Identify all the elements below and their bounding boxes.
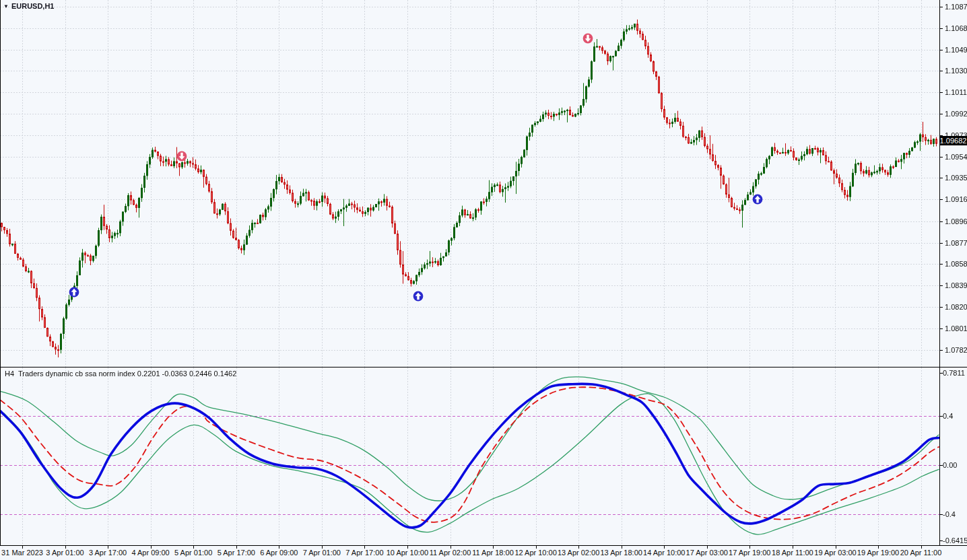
- main-chart-canvas[interactable]: [0, 0, 939, 367]
- price-axis-tick: [940, 92, 943, 93]
- time-axis-label: 11 Apr 18:00: [472, 549, 514, 557]
- indicator-axis-label: 0.7811: [943, 369, 965, 377]
- price-axis-separator: [939, 0, 940, 545]
- price-axis-tick: [940, 157, 943, 158]
- price-axis-label: 1.09160: [945, 195, 967, 203]
- chart-window: ▼ EURUSD,H1 H4 Traders dynamic cb ssa no…: [0, 0, 967, 560]
- time-axis-label: 12 Apr 10:00: [514, 549, 556, 557]
- time-axis-label: 13 Apr 02:00: [558, 549, 599, 557]
- symbol-label: ▼ EURUSD,H1: [3, 2, 55, 10]
- time-axis-label: 4 Apr 09:00: [131, 549, 169, 557]
- time-axis-label: 17 Apr 19:00: [729, 549, 770, 557]
- price-axis-tick: [940, 7, 943, 7]
- price-axis-label: 1.09920: [945, 110, 967, 118]
- price-axis-label: 1.08965: [945, 217, 967, 225]
- price-axis-tick: [940, 71, 943, 71]
- indicator-axis-label: 0.4: [943, 412, 953, 420]
- price-axis-tick: [940, 178, 943, 178]
- current-price-box: 1.09682: [939, 136, 967, 145]
- price-axis-label: 1.10490: [945, 46, 967, 54]
- indicator-label: H4 Traders dynamic cb ssa norm index 0.2…: [5, 370, 236, 378]
- price-axis-label: 1.10110: [945, 88, 967, 96]
- time-axis-label: 6 Apr 09:00: [260, 549, 298, 557]
- price-axis-label: 1.10680: [945, 24, 967, 32]
- price-axis-tick: [940, 114, 943, 114]
- price-axis-label: 1.08585: [945, 260, 967, 268]
- price-axis-label: 1.10870: [945, 3, 967, 11]
- chart-left-border: [0, 0, 1, 545]
- time-axis-label: 17 Apr 03:00: [686, 549, 728, 557]
- time-axis-label: 20 Apr 11:00: [900, 549, 942, 557]
- symbol-title: EURUSD,H1: [11, 2, 55, 10]
- price-axis-label: 1.09540: [945, 153, 967, 161]
- price-axis-tick: [940, 221, 943, 222]
- time-axis-label: 7 Apr 17:00: [345, 549, 383, 557]
- symbol-dropdown-icon[interactable]: ▼: [3, 3, 9, 9]
- price-axis-tick: [940, 328, 943, 329]
- price-axis-tick: [940, 307, 943, 308]
- time-axis-label: 5 Apr 17:00: [218, 549, 255, 557]
- time-axis-label: 31 Mar 2023: [1, 549, 43, 557]
- time-axis-label: 13 Apr 18:00: [600, 549, 642, 557]
- indicator-axis-label: -0.6415: [943, 536, 967, 545]
- price-axis-label: 1.08205: [945, 303, 967, 311]
- price-axis-label: 1.09350: [945, 174, 967, 182]
- indicator-chart-canvas[interactable]: [0, 368, 939, 545]
- price-axis-tick: [940, 199, 943, 200]
- sell-signal-icon: [582, 33, 593, 44]
- price-axis-label: 1.07825: [945, 346, 967, 354]
- price-axis-tick: [940, 350, 943, 351]
- indicator-axis-label: 0.00: [943, 461, 957, 469]
- price-axis-tick: [940, 50, 943, 50]
- price-axis-label: 1.08015: [945, 324, 967, 332]
- panel-divider[interactable]: [0, 367, 967, 368]
- price-axis-tick: [940, 243, 943, 244]
- price-axis-label: 1.08395: [945, 281, 967, 289]
- buy-signal-icon: [413, 291, 424, 302]
- time-axis-separator: [0, 545, 967, 546]
- time-axis-label: 10 Apr 10:00: [387, 549, 428, 557]
- time-axis-label: 19 Apr 03:00: [814, 549, 856, 557]
- price-axis-label: 1.08775: [945, 239, 967, 247]
- price-axis-tick: [940, 264, 943, 265]
- time-axis-label: 3 Apr 01:00: [46, 549, 84, 557]
- time-axis-label: 18 Apr 11:00: [772, 549, 813, 557]
- time-axis-label: 7 Apr 01:00: [303, 549, 341, 557]
- indicator-axis-label: -0.4: [943, 510, 956, 518]
- price-axis-label: 1.10300: [945, 67, 967, 75]
- price-axis-tick: [940, 285, 943, 286]
- price-axis-tick: [940, 28, 943, 29]
- sell-signal-icon: [176, 151, 187, 162]
- time-axis-label: 3 Apr 17:00: [89, 549, 127, 557]
- buy-signal-icon: [69, 287, 79, 298]
- time-axis-label: 11 Apr 02:00: [430, 549, 471, 557]
- time-axis-label: 19 Apr 19:00: [857, 549, 899, 557]
- buy-signal-icon: [752, 194, 763, 205]
- time-axis-label: 5 Apr 01:00: [174, 549, 212, 557]
- time-axis-label: 14 Apr 10:00: [643, 549, 685, 557]
